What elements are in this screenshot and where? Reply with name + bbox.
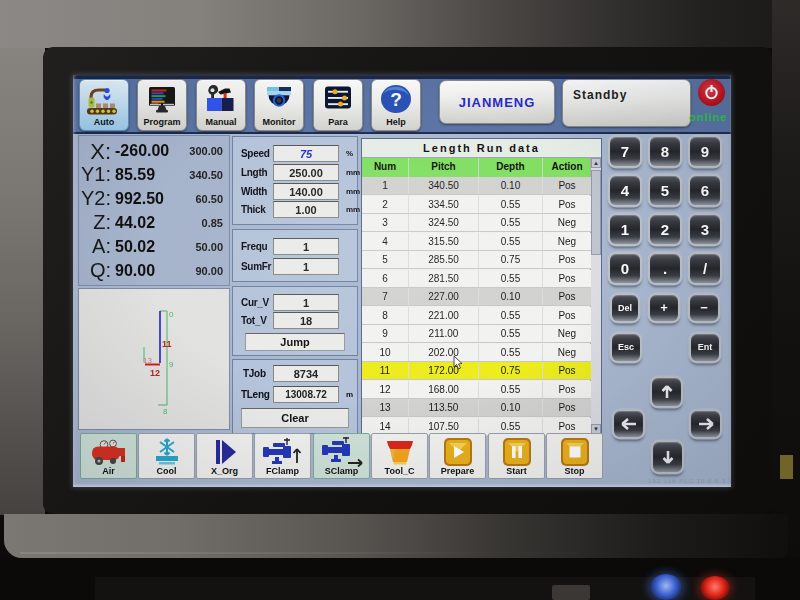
svg-text:13: 13 bbox=[143, 356, 152, 365]
svg-text:8: 8 bbox=[163, 407, 168, 416]
svg-text:?: ? bbox=[390, 89, 402, 110]
svg-text:0: 0 bbox=[169, 310, 174, 319]
svg-text:11: 11 bbox=[162, 339, 172, 349]
svg-text:12: 12 bbox=[150, 368, 160, 378]
svg-text:9: 9 bbox=[169, 360, 174, 369]
